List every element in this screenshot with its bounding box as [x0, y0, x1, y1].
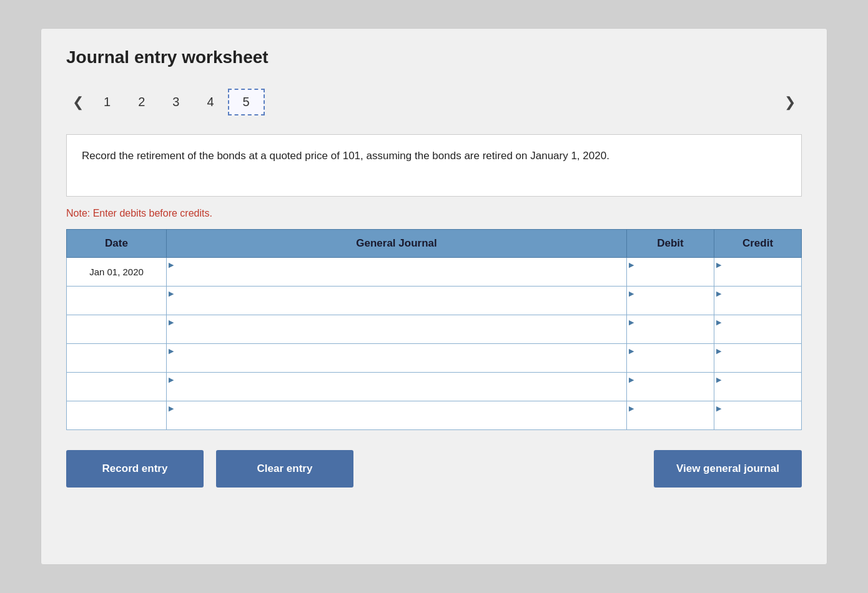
table-row: Jan 01, 2020▶▶▶ [67, 258, 802, 287]
tab-4[interactable]: 4 [193, 90, 227, 114]
tab-2[interactable]: 2 [124, 90, 159, 114]
cell-arrow-journal-1: ▶ [169, 290, 174, 298]
worksheet-container: Journal entry worksheet ❮ 1 2 3 4 5 ❯ Re… [41, 28, 827, 565]
tab-3[interactable]: 3 [159, 90, 193, 114]
credit-cell-1[interactable]: ▶ [714, 287, 802, 315]
credit-cell-2[interactable]: ▶ [714, 315, 802, 344]
clear-entry-button[interactable]: Clear entry [216, 450, 353, 488]
cell-arrow-credit-0: ▶ [716, 261, 721, 269]
table-row: ▶▶▶ [67, 315, 802, 344]
prev-arrow[interactable]: ❮ [66, 92, 90, 113]
cell-arrow-credit-4: ▶ [716, 376, 721, 384]
debit-input-3[interactable] [627, 346, 714, 372]
credit-input-5[interactable] [714, 404, 801, 429]
journal-cell-4[interactable]: ▶ [167, 373, 627, 401]
cell-arrow-debit-3: ▶ [629, 347, 634, 355]
journal-cell-0[interactable]: ▶ [167, 258, 627, 287]
credit-cell-3[interactable]: ▶ [714, 344, 802, 373]
debit-cell-2[interactable]: ▶ [627, 315, 714, 344]
cell-arrow-credit-5: ▶ [716, 404, 721, 413]
header-debit: Debit [627, 230, 714, 258]
cell-arrow-debit-5: ▶ [629, 404, 634, 413]
journal-cell-2[interactable]: ▶ [167, 315, 627, 344]
journal-input-4[interactable] [167, 375, 626, 401]
journal-table: Date General Journal Debit Credit Jan 01… [66, 229, 802, 430]
credit-input-0[interactable] [714, 260, 801, 286]
debit-cell-3[interactable]: ▶ [627, 344, 714, 373]
instruction-box: Record the retirement of the bonds at a … [66, 134, 802, 197]
note-text: Note: Enter debits before credits. [66, 208, 802, 219]
instruction-text: Record the retirement of the bonds at a … [82, 150, 609, 162]
debit-input-0[interactable] [627, 260, 714, 286]
cell-arrow-debit-0: ▶ [629, 261, 634, 269]
cell-arrow-credit-2: ▶ [716, 318, 721, 326]
date-cell-1 [67, 287, 167, 315]
header-general-journal: General Journal [167, 230, 627, 258]
header-credit: Credit [714, 230, 802, 258]
date-cell-3 [67, 344, 167, 373]
credit-cell-0[interactable]: ▶ [714, 258, 802, 287]
journal-cell-3[interactable]: ▶ [167, 344, 627, 373]
date-cell-0: Jan 01, 2020 [67, 258, 167, 287]
cell-arrow-credit-3: ▶ [716, 347, 721, 355]
journal-input-0[interactable] [167, 260, 626, 286]
cell-arrow-debit-4: ▶ [629, 376, 634, 384]
record-entry-button[interactable]: Record entry [66, 450, 204, 488]
cell-arrow-journal-3: ▶ [169, 347, 174, 355]
cell-arrow-journal-4: ▶ [169, 376, 174, 384]
navigation-tabs: ❮ 1 2 3 4 5 ❯ [66, 82, 802, 122]
cell-arrow-journal-2: ▶ [169, 318, 174, 326]
journal-input-3[interactable] [167, 346, 626, 372]
header-date: Date [67, 230, 167, 258]
debit-cell-5[interactable]: ▶ [627, 401, 714, 430]
cell-arrow-journal-5: ▶ [169, 404, 174, 413]
date-cell-2 [67, 315, 167, 344]
debit-input-5[interactable] [627, 404, 714, 429]
table-row: ▶▶▶ [67, 373, 802, 401]
credit-input-3[interactable] [714, 346, 801, 372]
table-row: ▶▶▶ [67, 401, 802, 430]
debit-cell-0[interactable]: ▶ [627, 258, 714, 287]
page-title: Journal entry worksheet [66, 47, 802, 67]
cell-arrow-debit-1: ▶ [629, 290, 634, 298]
credit-input-4[interactable] [714, 375, 801, 401]
tab-1[interactable]: 1 [90, 90, 124, 114]
journal-cell-1[interactable]: ▶ [167, 287, 627, 315]
debit-cell-1[interactable]: ▶ [627, 287, 714, 315]
journal-input-5[interactable] [167, 404, 626, 429]
buttons-row: Record entry Clear entry View general jo… [66, 450, 802, 488]
debit-input-4[interactable] [627, 375, 714, 401]
journal-input-2[interactable] [167, 318, 626, 343]
credit-input-1[interactable] [714, 289, 801, 315]
credit-input-2[interactable] [714, 318, 801, 343]
journal-input-1[interactable] [167, 289, 626, 315]
view-general-journal-button[interactable]: View general journal [654, 450, 802, 488]
date-cell-5 [67, 401, 167, 430]
credit-cell-5[interactable]: ▶ [714, 401, 802, 430]
tab-5[interactable]: 5 [228, 89, 265, 115]
table-row: ▶▶▶ [67, 344, 802, 373]
next-arrow[interactable]: ❯ [778, 92, 802, 113]
cell-arrow-journal-0: ▶ [169, 261, 174, 269]
journal-cell-5[interactable]: ▶ [167, 401, 627, 430]
debit-input-1[interactable] [627, 289, 714, 315]
date-cell-4 [67, 373, 167, 401]
credit-cell-4[interactable]: ▶ [714, 373, 802, 401]
cell-arrow-debit-2: ▶ [629, 318, 634, 326]
debit-cell-4[interactable]: ▶ [627, 373, 714, 401]
cell-arrow-credit-1: ▶ [716, 290, 721, 298]
debit-input-2[interactable] [627, 318, 714, 343]
table-row: ▶▶▶ [67, 287, 802, 315]
